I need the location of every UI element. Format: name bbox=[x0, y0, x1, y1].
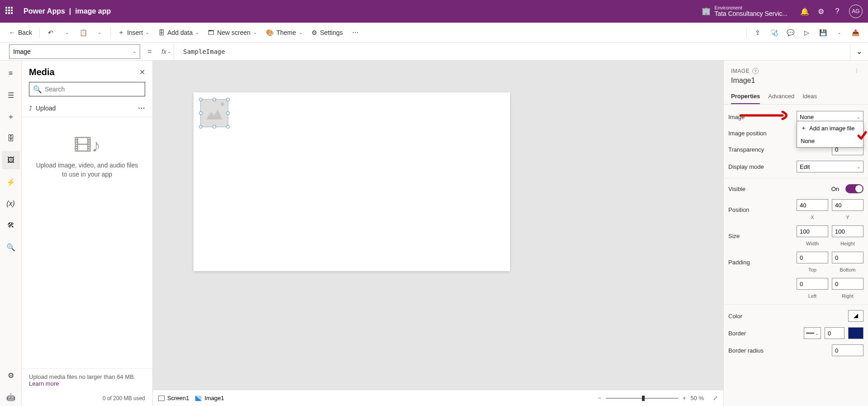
help-icon[interactable]: ? bbox=[829, 3, 845, 19]
database-icon: 🗄 bbox=[158, 29, 165, 36]
overflow-button[interactable]: ⋯ bbox=[348, 25, 363, 40]
upload-button[interactable]: ⤴ Upload bbox=[29, 105, 56, 112]
save-menu[interactable]: ⌄ bbox=[832, 25, 846, 40]
tab-properties[interactable]: Properties bbox=[731, 89, 760, 104]
media-overflow[interactable]: ⋯ bbox=[138, 104, 145, 112]
save-icon[interactable]: 💾 bbox=[816, 25, 830, 40]
resize-handle[interactable] bbox=[199, 98, 203, 101]
gear-icon: ⚙ bbox=[311, 29, 317, 36]
data-rail-icon[interactable]: 🗄 bbox=[2, 129, 20, 148]
tools-rail-icon[interactable]: 🛠 bbox=[2, 216, 20, 234]
dropdown-none[interactable]: None bbox=[797, 135, 863, 147]
zoom-value: 50 % bbox=[690, 395, 704, 401]
undo-menu[interactable]: ⌄ bbox=[60, 25, 74, 40]
rail-bot-icon[interactable]: 🤖 bbox=[2, 388, 20, 406]
resize-handle[interactable] bbox=[226, 125, 230, 129]
prop-x-input[interactable] bbox=[797, 199, 828, 211]
settings-gear-icon[interactable]: ⚙ bbox=[813, 3, 829, 19]
publish-icon[interactable]: 📤 bbox=[848, 25, 863, 40]
prop-height-input[interactable] bbox=[832, 225, 863, 237]
share-icon[interactable]: ⇪ bbox=[750, 25, 765, 40]
resize-handle[interactable] bbox=[226, 111, 230, 115]
breadcrumb-screen[interactable]: Screen1 bbox=[158, 395, 189, 401]
waffle-icon[interactable] bbox=[5, 7, 14, 16]
tab-advanced[interactable]: Advanced bbox=[768, 89, 794, 104]
media-empty-icon: 🎞♪ bbox=[74, 135, 101, 156]
zoom-slider[interactable] bbox=[606, 398, 678, 399]
equals-sign: = bbox=[145, 48, 154, 56]
control-name[interactable]: Image1 bbox=[724, 76, 868, 89]
media-usage: 0 of 200 MB used bbox=[29, 395, 145, 401]
resize-handle[interactable] bbox=[212, 125, 216, 129]
insert-button[interactable]: ＋Insert⌄ bbox=[114, 25, 153, 40]
search-input[interactable] bbox=[45, 86, 141, 93]
breadcrumb-control[interactable]: Image1 bbox=[195, 395, 224, 401]
comments-icon[interactable]: 💬 bbox=[783, 25, 797, 40]
prop-border-color[interactable] bbox=[848, 327, 863, 339]
prop-color-label: Color bbox=[728, 313, 844, 320]
prop-visible-label: Visible bbox=[728, 186, 828, 192]
zoom-out-icon[interactable]: − bbox=[598, 395, 601, 401]
add-data-button[interactable]: 🗄Add data⌄ bbox=[155, 25, 203, 40]
prop-pad-bottom-input[interactable] bbox=[832, 252, 863, 263]
flows-rail-icon[interactable]: ⚡ bbox=[2, 173, 20, 191]
dropdown-add-image[interactable]: ＋Add an image file bbox=[797, 121, 863, 135]
environment-picker[interactable]: 🏢 Environment Tata Consultancy Servic... bbox=[702, 5, 788, 17]
prop-width-input[interactable] bbox=[797, 225, 828, 237]
undo-button[interactable]: ↶ bbox=[43, 25, 58, 40]
avatar[interactable]: AG bbox=[849, 5, 863, 18]
media-search[interactable]: 🔍 bbox=[29, 82, 145, 96]
insert-rail-icon[interactable]: ＋ bbox=[2, 108, 20, 126]
rail-settings-icon[interactable]: ⚙ bbox=[2, 366, 20, 384]
fit-screen-icon[interactable]: ⤢ bbox=[713, 395, 718, 401]
notifications-icon[interactable]: 🔔 bbox=[797, 3, 813, 19]
media-panel: Media ✕ 🔍 ⤴ Upload ⋯ 🎞♪ Upload image, vi… bbox=[22, 61, 153, 406]
zoom-in-icon[interactable]: + bbox=[683, 395, 686, 401]
media-rail-icon[interactable]: 🖼 bbox=[2, 151, 20, 169]
prop-color-swatch[interactable] bbox=[848, 310, 863, 322]
prop-display-mode-label: Display mode bbox=[728, 163, 793, 170]
paste-menu[interactable]: ⌄ bbox=[92, 25, 107, 40]
search-rail-icon[interactable]: 🔍 bbox=[2, 238, 20, 256]
media-title: Media bbox=[29, 67, 55, 77]
image-control[interactable] bbox=[200, 99, 228, 127]
resize-handle[interactable] bbox=[226, 98, 230, 101]
learn-more-link[interactable]: Learn more bbox=[29, 380, 59, 387]
hamburger-icon[interactable]: ≡ bbox=[2, 64, 20, 82]
new-screen-button[interactable]: 🗔New screen⌄ bbox=[204, 25, 260, 40]
info-icon[interactable]: ? bbox=[752, 68, 759, 74]
variables-rail-icon[interactable]: (x) bbox=[2, 195, 20, 213]
tree-view-icon[interactable]: ☰ bbox=[2, 86, 20, 104]
prop-border-width-input[interactable] bbox=[825, 327, 844, 339]
app-title: Power Apps | image app bbox=[24, 7, 111, 15]
panel-collapse-icon[interactable]: 〉 bbox=[855, 67, 861, 75]
prop-display-mode-select[interactable]: Edit⌄ bbox=[797, 161, 863, 172]
property-selector[interactable]: Image⌄ bbox=[9, 44, 140, 59]
app-checker-icon[interactable]: 🩺 bbox=[767, 25, 781, 40]
prop-pad-top-input[interactable] bbox=[797, 252, 828, 263]
settings-button[interactable]: ⚙Settings bbox=[308, 25, 347, 40]
prop-visible-toggle[interactable] bbox=[845, 184, 863, 193]
image-icon bbox=[195, 396, 202, 401]
paste-button[interactable]: 📋 bbox=[76, 25, 90, 40]
formula-input[interactable] bbox=[179, 43, 845, 60]
prop-position-label: Position bbox=[728, 206, 793, 213]
formula-expand-icon[interactable]: ⌄ bbox=[850, 43, 868, 60]
close-icon[interactable]: ✕ bbox=[139, 68, 145, 76]
prop-border-style[interactable]: ⌄ bbox=[804, 327, 821, 339]
screen-canvas[interactable] bbox=[193, 92, 510, 271]
prop-pad-right-input[interactable] bbox=[832, 278, 863, 290]
resize-handle[interactable] bbox=[199, 125, 203, 129]
prop-border-radius-input[interactable] bbox=[832, 344, 863, 356]
theme-button[interactable]: 🎨Theme⌄ bbox=[262, 25, 306, 40]
prop-size-label: Size bbox=[728, 233, 793, 239]
prop-pad-left-input[interactable] bbox=[797, 278, 828, 290]
resize-handle[interactable] bbox=[199, 111, 203, 115]
back-button[interactable]: ←Back bbox=[5, 25, 36, 40]
play-icon[interactable]: ▷ bbox=[799, 25, 814, 40]
resize-handle[interactable] bbox=[212, 98, 216, 101]
prop-y-input[interactable] bbox=[832, 199, 863, 211]
fx-icon[interactable]: fx⌄ bbox=[159, 43, 174, 60]
tab-ideas[interactable]: Ideas bbox=[802, 89, 817, 104]
prop-image-label: Image bbox=[728, 114, 793, 120]
